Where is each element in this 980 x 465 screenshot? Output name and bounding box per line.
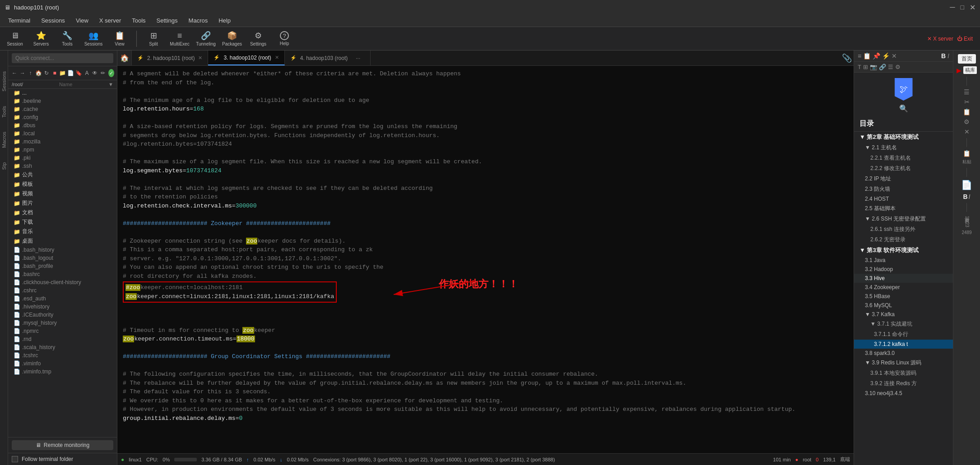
file-item-pictures[interactable]: 📁 图片 [8,198,117,208]
view-btn[interactable]: 📋 View [108,29,131,49]
search-input[interactable] [12,53,113,63]
file-item-public[interactable]: 📁 公共 [8,170,117,180]
file-item-bash-profile[interactable]: 📄 .bash_profile [8,262,117,270]
toc-icon-1[interactable]: ≡ [858,52,861,60]
file-item-bash-logout[interactable]: 📄 .bash_logout [8,254,117,262]
menu-xserver[interactable]: X server [95,16,125,25]
sidebar-btn-stop[interactable]: ■ [51,68,58,78]
sidebar-btn-up[interactable]: ↑ [27,68,34,78]
terminal-content[interactable]: # A segment will be deleted whenever *ei… [117,66,854,453]
toc-t4[interactable]: 🔗 [879,64,886,70]
toc-italic[interactable]: I [947,52,949,60]
sidebar-btn-newfile[interactable]: 📄 [67,68,74,78]
format-italic[interactable]: I [969,193,971,200]
toc-2-6-2[interactable]: 2.6.2 无密登录 [854,235,953,245]
right-icon-3[interactable]: 📋 [963,108,971,115]
servers-btn[interactable]: ⭐ Servers [30,29,52,49]
sort-toggle[interactable]: ▼ [108,82,113,87]
file-item-desktop[interactable]: 📁 桌面 [8,236,117,246]
tab-dots[interactable]: ··· [351,55,365,61]
help-btn[interactable]: ? Help [273,29,296,49]
toc-t5[interactable]: ☰ [888,64,893,70]
toc-3-7-1-1[interactable]: 3.7.1.1 命令行 [854,329,953,340]
toc-3-6[interactable]: 3.6 MySQL [854,301,953,310]
toc-3-7-1[interactable]: ▼ 3.7.1 实战避坑 [854,319,953,329]
menu-sessions[interactable]: Sessions [37,16,70,25]
file-item-viminfo-tmp[interactable]: 📄 .viminfo.tmp [8,368,117,376]
split-btn[interactable]: ⊞ Split [142,29,165,49]
toc-t3[interactable]: 📷 [870,64,877,70]
file-item-iceauthority[interactable]: 📄 .ICEauthority [8,311,117,319]
sidebar-btn-2[interactable]: → [19,68,26,78]
sidebar-btn-filter[interactable]: ✏ [99,68,107,78]
settings-btn[interactable]: ⚙ Settings [247,29,269,49]
file-item-templates[interactable]: 📁 模板 [8,180,117,189]
file-item-mysql-history[interactable]: 📄 .mysql_history [8,319,117,327]
file-item-esd-auth[interactable]: 📄 .esd_auth [8,295,117,303]
toc-2-2-2[interactable]: 2.2.2 修改主机名 [854,163,953,174]
toc-ch2[interactable]: ▼ 第2章 基础环境测试 [854,132,953,143]
macros-tab[interactable]: Macros [0,129,8,151]
toc-3-9-1[interactable]: 3.9.1 本地安装源码 [854,368,953,378]
sftp-tab[interactable]: Stp [0,160,8,173]
toc-icon-4[interactable]: ⚡ [882,52,890,60]
sidebar-btn-hidden[interactable]: 👁 [91,68,98,78]
tab-home[interactable]: 🏠 [117,51,132,65]
file-item-beeline[interactable]: 📁 .beeline [8,97,117,105]
sidebar-btn-home[interactable]: 🏠 [35,68,42,78]
toc-3-7-1-2[interactable]: 3.7.1.2 kafka t [854,340,953,349]
file-item-downloads[interactable]: 📁 下载 [8,217,117,227]
toc-2-6[interactable]: ▼ 2.6 SSH 无密登录配置 [854,214,953,224]
toc-2-2-1[interactable]: 2.2.1 查看主机名 [854,153,953,163]
toc-2-4[interactable]: 2.4 HOST [854,194,953,203]
tab-hadoop102[interactable]: ⚡ 3. hadoop102 (root) ✕ [208,51,284,65]
paperclip-icon[interactable]: 📎 [840,53,854,63]
file-item-mozilla[interactable]: 📁 .mozilla [8,138,117,146]
tools-btn[interactable]: 🔧 Tools [56,29,79,49]
file-item-dbus[interactable]: 📁 .dbus [8,121,117,129]
file-item-bash-history[interactable]: 📄 .bash_history [8,246,117,254]
file-item-dotdot[interactable]: 📁 ... [8,89,117,97]
remote-monitor-btn[interactable]: 🖥 Remote monitoring [12,440,113,450]
sessions-tab[interactable]: Sessions [0,69,8,94]
toc-2-5[interactable]: 2.5 基础脚本 [854,203,953,214]
sidebar-btn-1[interactable]: ← [11,68,18,78]
file-item-bashrc[interactable]: 📄 .bashrc [8,270,117,278]
toc-search-icon[interactable]: 🔍 [899,104,908,113]
file-item-npmrc[interactable]: 📄 .npmrc [8,327,117,335]
toc-t2[interactable]: ⊞ [863,64,868,70]
file-item-config[interactable]: 📁 .config [8,113,117,121]
file-item-cshrc[interactable]: 📄 .cshrc [8,286,117,295]
file-item-clickhouse[interactable]: 📄 .clickhouse-client-history [8,278,117,286]
tab-close-2[interactable]: ✕ [275,55,279,60]
toc-icon-5[interactable]: ✕ [892,52,897,60]
tab-hadoop101[interactable]: ⚡ 2. hadoop101 (root) ✕ [132,51,208,65]
toc-bold[interactable]: B [941,52,946,60]
xserver-label[interactable]: ✕ X server [927,36,953,42]
toc-3-4[interactable]: 3.4 Zookeeper [854,283,953,292]
toc-2-6-1[interactable]: 2.6.1 ssh 连接另外 [854,224,953,235]
right-icon-1[interactable]: ☰ [964,88,970,96]
file-item-local[interactable]: 📁 .local [8,129,117,138]
sidebar-btn-perm[interactable]: A [84,68,91,78]
follow-terminal-checkbox[interactable] [12,456,18,462]
packages-btn[interactable]: 📦 Packages [221,29,243,49]
file-item-scala-history[interactable]: 📄 .scala_history [8,343,117,351]
toc-3-9-2[interactable]: 3.9.2 连接 Redis 方 [854,378,953,389]
toc-t6[interactable]: ⚙ [895,64,901,70]
file-item-viminfo[interactable]: 📄 .viminfo [8,359,117,368]
maximize-btn[interactable]: □ [961,4,964,11]
file-item-npm[interactable]: 📁 .npm [8,146,117,154]
exit-label[interactable]: ⏻ Exit [957,36,973,42]
tab-hadoop103[interactable]: ⚡ 4. hadoop103 (root) ··· [285,51,371,65]
file-item-ssh[interactable]: 📁 .ssh [8,162,117,170]
right-icon-4[interactable]: ⚙ [964,118,970,125]
file-item-rnd[interactable]: 📄 .rnd [8,335,117,343]
tab-close-1[interactable]: ✕ [198,55,202,61]
file-item-pki[interactable]: 📁 .pki [8,154,117,162]
toc-3-3[interactable]: 3.3 Hive [854,274,953,283]
menu-terminal[interactable]: Terminal [4,16,35,25]
format-bold[interactable]: B [963,193,967,200]
toc-3-7[interactable]: ▼ 3.7 Kafka [854,310,953,319]
toc-3-5[interactable]: 3.5 HBase [854,292,953,301]
